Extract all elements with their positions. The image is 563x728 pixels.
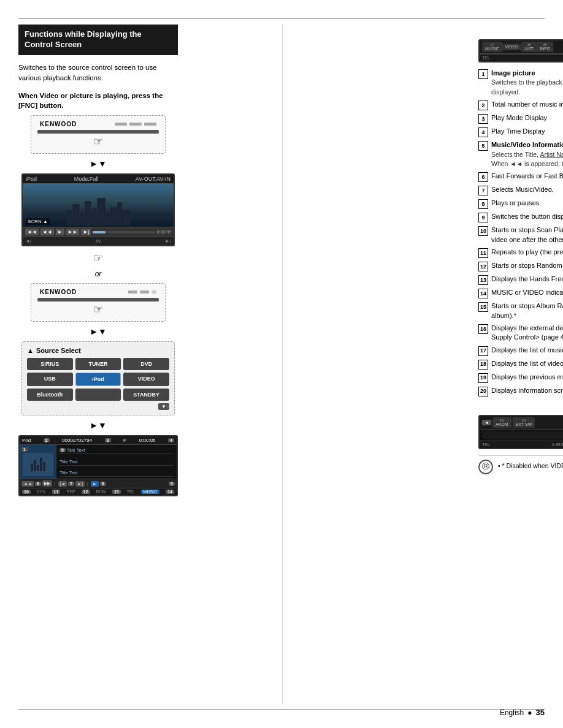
source-btn-empty — [75, 389, 121, 401]
device-mockup-1: KENWOOD ☞ — [31, 115, 166, 154]
up-arrow-btn[interactable]: ▲ — [27, 347, 34, 354]
bottom-label-2: IN — [96, 238, 101, 244]
num-14: 14 — [478, 289, 488, 298]
list-item-12: 12 Starts or stops Random play.* — [478, 261, 563, 271]
num-badge-11: 11 — [52, 490, 61, 494]
source-btn-sirius[interactable]: SIRIUS — [27, 358, 73, 370]
ipod-controls-row: ◄◄ ◄◄ ► ►► ►| 0:00:05 — [23, 227, 174, 237]
bd-tab-extsw: EXT SW — [516, 422, 532, 427]
time-badge: 0:00:05 — [139, 438, 156, 443]
num-badge-8: 8 — [100, 482, 106, 486]
dm-header-top: 17 MUSIC VIDEO 19 LIST 20 INFO ► — [480, 40, 563, 54]
section-title: Functions while Displaying the Control S… — [25, 29, 142, 49]
hand-cursor-3: ☞ — [37, 303, 159, 316]
ctrl-next[interactable]: ▶▶ — [42, 480, 52, 487]
dm-footer-rep: REP — [490, 56, 563, 60]
mode-badge: P — [123, 438, 126, 443]
ctrl-next2[interactable]: ►| — [75, 481, 85, 487]
source-btn-usb[interactable]: USB — [27, 373, 73, 386]
down-arrow-btn[interactable]: ▼ — [158, 403, 169, 410]
footer-tel: TEL — [127, 490, 135, 494]
list-item-16: 16 Displays the external device control … — [478, 324, 563, 343]
source-btn-ipod[interactable]: iPod — [75, 373, 121, 386]
list-item-5: 5 Music/Video Information Display Select… — [478, 140, 563, 169]
num-badge-13: 13 — [112, 490, 121, 494]
dm-tab-19[interactable]: 19 LIST — [521, 42, 537, 52]
page-divider — [282, 25, 283, 703]
list-text-5: Music/Video Information Display Selects … — [491, 140, 563, 169]
hand-cursor-2: ☞ — [93, 252, 103, 264]
num-12: 12 — [478, 262, 488, 271]
ipod-label: iPod — [26, 176, 37, 182]
num-badge-7: 7 — [68, 482, 74, 486]
ctrl-prev[interactable]: ◄◄ — [21, 481, 34, 487]
num-16: 16 — [478, 324, 488, 334]
next-btn[interactable]: ►► — [66, 229, 80, 235]
source-btn-video[interactable]: VIDEO — [123, 373, 169, 386]
dm-footer-top: TEL REP MUSIC ► — [480, 54, 563, 61]
list-item-20: 20 Displays information screen of music/… — [478, 386, 563, 396]
footer-scn: SCN — [37, 490, 46, 494]
list-item-8: 8 Plays or pauses. — [478, 199, 563, 209]
ipod-display-image: 1 — [20, 445, 56, 479]
num-2: 2 — [478, 100, 488, 110]
bd-tab-16[interactable]: 16 EXT SW — [513, 417, 535, 428]
list-text-17: Displays the list of music category. See… — [491, 346, 563, 355]
dm-tab-video[interactable]: VIDEO — [502, 44, 522, 50]
ctrl-prev2[interactable]: |◄ — [58, 481, 67, 487]
list-text-14: MUSIC or VIDEO indicator — [491, 288, 563, 297]
source-btn-dvd[interactable]: DVD — [123, 358, 169, 370]
num-8: 8 — [478, 199, 488, 209]
bd-tabs: ◄ 15 ARDM 16 EXT SW — [482, 417, 535, 428]
tab-label-music: MUSIC — [485, 47, 499, 51]
progress-bar-container — [93, 231, 155, 233]
source-btn-bluetooth[interactable]: Bluetooth — [27, 389, 73, 401]
list-text-2: Total number of music in the iPod and th… — [491, 100, 563, 109]
num-9: 9 — [478, 213, 488, 222]
footnote-section: Ⓡ • * Disabled when VIDEO is being playe… — [478, 455, 563, 477]
dm-tab-17[interactable]: 17 MUSIC — [482, 42, 502, 52]
list-item-6: 6 Fast Forwards or Fast Backwards. — [478, 172, 563, 182]
arrow-container-2: ►▼ — [18, 327, 178, 336]
num-badge-12: 12 — [82, 490, 90, 494]
device-mockup-2: KENWOOD ☞ — [31, 283, 166, 322]
footnote-content: Ⓡ • * Disabled when VIDEO is being playe… — [478, 460, 563, 477]
ipod-bottom-bar: ◄| IN ►| — [23, 237, 174, 245]
play-btn[interactable]: ► — [56, 229, 64, 235]
list-sub-5a: Selects the Title, Artist Name, Album Na… — [491, 151, 563, 158]
list-text-16: Displays the external device control scr… — [491, 324, 563, 343]
arrow-container-1: ►▼ — [18, 159, 178, 169]
ipod-display-main: 1 5 Title Text — [20, 445, 177, 479]
dm-footer-tel: TEL — [482, 56, 490, 60]
prev-btn2[interactable]: ◄◄ — [40, 229, 54, 235]
bd-tab-15[interactable]: 15 ARDM — [492, 417, 511, 428]
footer-rom: ROM — [96, 490, 106, 494]
list-text-6: Fast Forwards or Fast Backwards. — [491, 172, 563, 181]
arrow-down-icon-3: ►▼ — [90, 420, 107, 430]
source-select-label: Source Select — [36, 347, 81, 354]
pod-number: 00002702794 — [62, 438, 92, 443]
source-btn-standby[interactable]: STANDBY — [123, 389, 169, 401]
dm-tab-20[interactable]: 20 INFO — [537, 42, 553, 52]
num-badge-6: 6 — [35, 482, 41, 486]
tab-label-video: VIDEO — [505, 45, 519, 49]
list-text-15: Starts or stops Album Random Play (plays… — [491, 301, 563, 320]
ctrl-play[interactable]: ► — [91, 481, 99, 487]
list-item-19: 19 Displays the previous music/video lis… — [478, 373, 563, 383]
source-btn-tuner[interactable]: TUNER — [75, 358, 121, 370]
bd-footer-tel: TEL — [482, 442, 490, 447]
source-select-box: ▲ Source Select SIRIUS TUNER DVD USB iPo… — [21, 341, 175, 415]
list-text-9: Switches the button display. — [491, 212, 563, 221]
hand-container: ☞ — [18, 251, 178, 265]
ipod-display-footer: 10 SCN 11 REP 12 ROM 13 TEL MUSIC 14 — [20, 488, 177, 495]
page-number: English ● 35 — [500, 708, 545, 717]
num-19: 19 — [478, 373, 488, 383]
next-btn2[interactable]: ►| — [81, 229, 91, 235]
num-badge-2: 2 — [44, 438, 50, 442]
ipod-display-controls: ◄◄ 6 ▶▶ | |◄ 7 ►| | ► 8 9 — [20, 479, 177, 488]
list-item-3: 3 Play Mode Display — [478, 113, 563, 124]
prev-btn[interactable]: ◄◄ — [25, 229, 39, 235]
display-mockup-top: 17 MUSIC VIDEO 19 LIST 20 INFO ► TEL — [478, 39, 563, 63]
num-11: 11 — [478, 248, 488, 258]
brand-label-1: KENWOOD — [40, 121, 77, 127]
